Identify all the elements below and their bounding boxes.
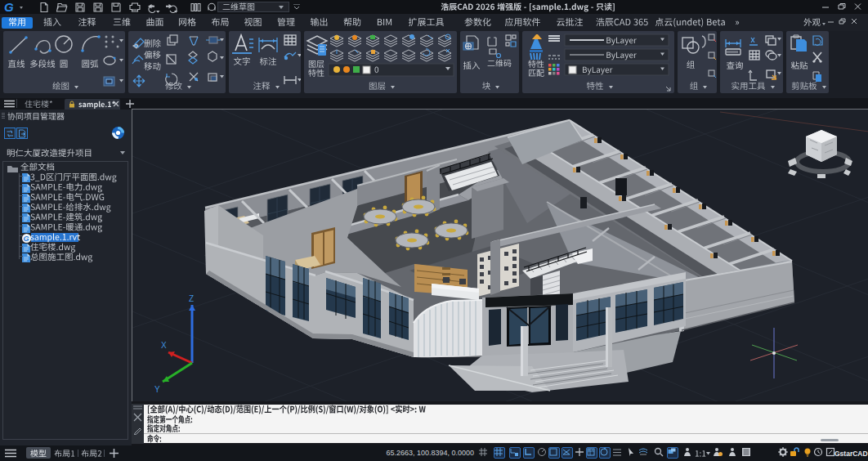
svg-text:X: X xyxy=(161,341,167,350)
svg-text:Y: Y xyxy=(154,385,160,394)
svg-text:G: G xyxy=(24,235,29,243)
svg-text:Z: Z xyxy=(189,294,194,303)
svg-text:G: G xyxy=(4,1,14,13)
